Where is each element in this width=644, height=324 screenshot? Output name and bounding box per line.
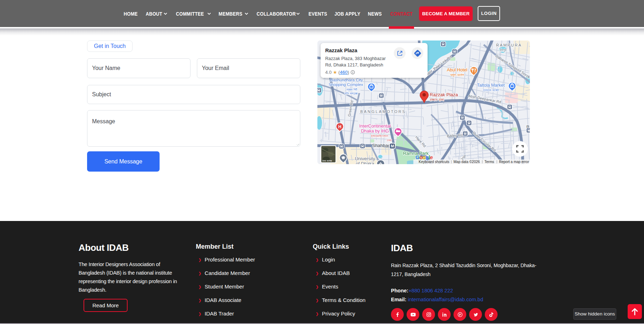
svg-text:University: University [355,156,375,161]
svg-text:Report a map error: Report a map error [499,160,529,164]
svg-text:Abul Hotel: Abul Hotel [447,68,467,72]
svg-text:Map data ©2026: Map data ©2026 [454,160,480,164]
svg-text:Keyboard shortcuts: Keyboard shortcuts [419,160,449,164]
svg-text:Google: Google [415,154,433,160]
svg-text:Shahbag: Shahbag [372,143,391,148]
svg-text:P: P [459,313,461,316]
svg-text:of Dhaka: of Dhaka [356,161,375,164]
svg-text:রামপুরা: রামপুরা [499,48,506,52]
svg-text:RAMPURA: RAMPURA [496,43,522,47]
svg-text:Dhaka by IHG: Dhaka by IHG [361,129,389,134]
svg-text:Taltola Market: Taltola Market [477,83,505,88]
svg-text:আবুল হোটেল: আবুল হোটেল [450,73,464,77]
svg-text:H: H [338,124,342,129]
svg-text:Razzak Plaza: Razzak Plaza [430,92,458,97]
svg-text:শপিং কমপ্লেক্সা: শপিং কমপ্লেক্সা [345,92,358,95]
svg-text:Shopping Complex: Shopping Complex [328,82,363,87]
svg-text:M: M [391,144,394,148]
svg-text:ইন্টারকন্টিনেন্টাল: ইন্টারকন্টিনেন্টাল [371,134,388,138]
svg-text:রাজ্জাক প্লাজা: রাজ্জাক প্লাজা [429,97,444,102]
svg-text:Terms: Terms [484,160,494,164]
svg-text:BANGLAMOTORS: BANGLAMOTORS [360,109,406,114]
svg-text:ঢাকা: ঢাকা [387,138,392,142]
svg-text:বসুন্ধরা সিটি: বসুন্ধরা সিটি [346,88,358,92]
svg-text:Bailey Rd: Bailey Rd [447,133,463,138]
svg-text:InterContinental: InterContinental [359,124,391,129]
svg-text:তালতলা মার্কেট: তালতলা মার্কেট [483,88,499,92]
svg-text:Bashundhara City: Bashundhara City [330,78,363,82]
svg-text:ঢাকা কলেজ: ঢাকা কলেজ [322,159,332,162]
